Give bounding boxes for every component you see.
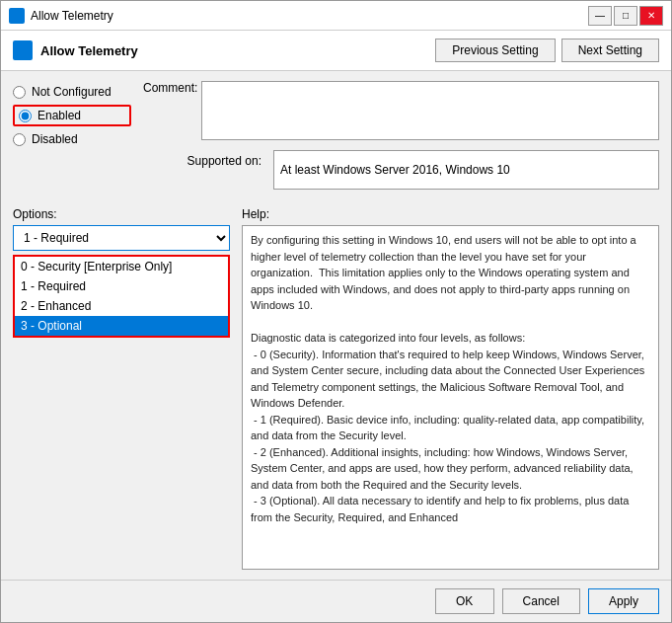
- title-bar: Allow Telemetry — □ ✕: [1, 1, 671, 31]
- main-window: Allow Telemetry — □ ✕ Allow Telemetry Pr…: [0, 0, 672, 623]
- radio-not-configured[interactable]: Not Configured: [13, 85, 131, 99]
- dropdown-container: 0 - Security [Enterprise Only] 1 - Requi…: [13, 225, 230, 251]
- options-panel: Options: 0 - Security [Enterprise Only] …: [13, 207, 230, 570]
- help-label: Help:: [242, 207, 659, 221]
- supported-on-text: At least Windows Server 2016, Windows 10: [280, 163, 510, 177]
- option-item-0[interactable]: 0 - Security [Enterprise Only]: [15, 257, 228, 276]
- window-controls: — □ ✕: [588, 6, 663, 26]
- close-button[interactable]: ✕: [639, 6, 663, 26]
- header-left: Allow Telemetry: [13, 40, 138, 60]
- header-title: Allow Telemetry: [40, 43, 138, 58]
- help-content: By configuring this setting in Windows 1…: [251, 234, 647, 523]
- radio-enabled-input[interactable]: [19, 110, 32, 122]
- radio-group: Not Configured Enabled Disabled: [13, 81, 131, 190]
- option-item-2[interactable]: 2 - Enhanced: [15, 296, 228, 316]
- top-section: Not Configured Enabled Disabled Comment:: [13, 81, 659, 190]
- window-icon: [9, 8, 25, 24]
- radio-not-configured-input[interactable]: [13, 86, 26, 99]
- apply-button[interactable]: Apply: [588, 588, 659, 614]
- header-bar: Allow Telemetry Previous Setting Next Se…: [1, 31, 671, 71]
- radio-disabled[interactable]: Disabled: [13, 132, 131, 146]
- comment-supported-section: Comment: Supported on: At least Windows …: [143, 81, 659, 190]
- ok-button[interactable]: OK: [435, 588, 494, 614]
- footer: OK Cancel Apply: [1, 580, 671, 622]
- options-list: 0 - Security [Enterprise Only] 1 - Requi…: [13, 255, 230, 338]
- radio-enabled[interactable]: Enabled: [13, 105, 131, 126]
- prev-setting-button[interactable]: Previous Setting: [435, 39, 555, 62]
- maximize-button[interactable]: □: [614, 6, 637, 26]
- radio-not-configured-label: Not Configured: [32, 85, 112, 99]
- main-content: Not Configured Enabled Disabled Comment:: [1, 71, 671, 580]
- radio-disabled-label: Disabled: [32, 132, 78, 146]
- option-item-3[interactable]: 3 - Optional: [15, 316, 228, 336]
- radio-enabled-label: Enabled: [37, 109, 81, 122]
- supported-on-label: Supported on:: [143, 150, 261, 168]
- bottom-section: Options: 0 - Security [Enterprise Only] …: [13, 207, 659, 570]
- cancel-button[interactable]: Cancel: [502, 588, 580, 614]
- help-panel: Help: By configuring this setting in Win…: [242, 207, 659, 570]
- next-setting-button[interactable]: Next Setting: [561, 39, 659, 62]
- minimize-button[interactable]: —: [588, 6, 612, 26]
- window-title: Allow Telemetry: [31, 9, 588, 23]
- comment-label: Comment:: [143, 81, 197, 95]
- radio-disabled-input[interactable]: [13, 133, 26, 146]
- header-icon: [13, 40, 33, 60]
- supported-row: Supported on: At least Windows Server 20…: [143, 150, 659, 190]
- options-dropdown[interactable]: 0 - Security [Enterprise Only] 1 - Requi…: [13, 225, 230, 251]
- comment-input[interactable]: [201, 81, 659, 140]
- options-label: Options:: [13, 207, 230, 221]
- option-item-1[interactable]: 1 - Required: [15, 276, 228, 296]
- help-text[interactable]: By configuring this setting in Windows 1…: [242, 225, 659, 570]
- supported-on-value: At least Windows Server 2016, Windows 10: [273, 150, 659, 190]
- header-buttons: Previous Setting Next Setting: [435, 39, 659, 62]
